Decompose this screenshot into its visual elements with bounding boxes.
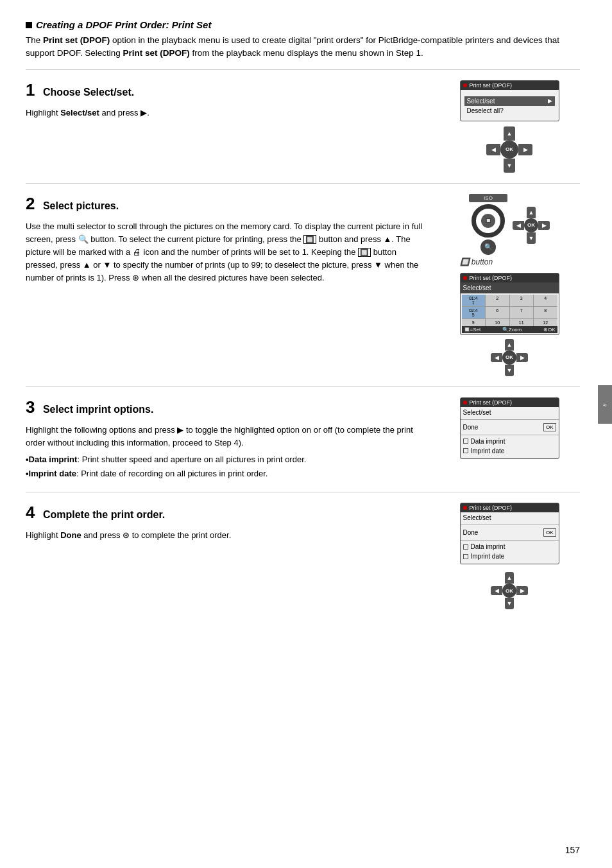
step-4-body: Highlight Done and press ⊛ to complete t… xyxy=(26,529,426,542)
q-zoom-button[interactable]: 🔍 xyxy=(480,239,496,255)
checkbox-data-label-4: Data imprint xyxy=(471,543,506,550)
thumb-cell-12: 12 xyxy=(534,319,557,326)
thumb-cell-1: 01:41 xyxy=(462,295,486,306)
dpad3-up[interactable]: ▲ xyxy=(505,339,514,351)
dpad3-down[interactable]: ▼ xyxy=(505,365,514,376)
ui-subtitle-4: Select/set xyxy=(461,512,559,523)
step2-camera-ui: Print set (DPOF) Select/set 01:41 2 3 4 … xyxy=(460,273,559,335)
iso-bar: ISO xyxy=(469,194,507,202)
dpad4-ok[interactable]: OK xyxy=(502,584,516,598)
dpad-up[interactable]: ▲ xyxy=(504,126,515,141)
step3-camera-ui: Print set (DPOF) Select/set Done OK Data… xyxy=(460,397,559,459)
step-3-content: 3 Select imprint options. Highlight the … xyxy=(26,397,426,482)
ui-title-bar-3: Print set (DPOF) xyxy=(461,398,559,407)
dpad2-left[interactable]: ◀ xyxy=(513,221,524,230)
thumb-bar: 🔲=Set 🔍Zoom ⊛OK xyxy=(462,326,557,333)
section-heading: Creating a DPOF Print Order: Print Set xyxy=(26,19,580,30)
thumb-grid: 01:41 2 3 4 02:45 6 7 8 9 10 11 12 xyxy=(462,295,557,326)
step2-dpad-2[interactable]: ▲ ▼ ◀ ▶ OK xyxy=(491,339,528,376)
step-1-number: 1 xyxy=(26,80,35,100)
ui-divider-3b xyxy=(461,435,559,435)
dpad-right[interactable]: ▶ xyxy=(518,144,532,155)
thumb-cell-6: 6 xyxy=(486,307,509,318)
thumb-cell-4: 4 xyxy=(534,295,557,306)
btn-label: 🔲 button xyxy=(460,257,493,266)
checkbox-date-icon xyxy=(463,448,468,453)
steps-container: 1 Choose Select/set. Highlight Select/se… xyxy=(26,69,580,620)
ui-menu-deselect: Deselect all? xyxy=(464,106,555,116)
thumb-cell-11: 11 xyxy=(510,319,534,326)
ui-title-text-2: Print set (DPOF) xyxy=(470,275,513,281)
dpad-down[interactable]: ▼ xyxy=(504,159,515,173)
dpad[interactable]: ▲ ▼ ◀ ▶ OK xyxy=(486,126,532,173)
dpad4-down[interactable]: ▼ xyxy=(505,598,514,609)
step-4-right: Print set (DPOF) Select/set Done OK Data… xyxy=(439,503,580,609)
ui-title-bar-1: Print set (DPOF) xyxy=(461,81,559,90)
step-2-body: Use the multi selector to scroll through… xyxy=(26,220,426,285)
step2-ui-container: Print set (DPOF) Select/set 01:41 2 3 4 … xyxy=(460,273,559,376)
thumb-grid-container: 01:41 2 3 4 02:45 6 7 8 9 10 11 12 xyxy=(461,293,559,334)
step-3-number: 3 xyxy=(26,397,35,417)
dpad2-right[interactable]: ▶ xyxy=(538,221,550,230)
step-3: 3 Select imprint options. Highlight the … xyxy=(26,387,580,493)
ui-title-bar-2: Print set (DPOF) xyxy=(461,273,559,282)
ok-box-3: OK xyxy=(543,423,556,431)
dpad-left[interactable]: ◀ xyxy=(486,144,500,155)
step-1-right: Print set (DPOF) Select/set ▶ Deselect a… xyxy=(439,80,580,173)
ui-checkbox-date-4: Imprint date xyxy=(461,551,559,561)
dpad2-up[interactable]: ▲ xyxy=(527,207,536,218)
step-3-body: Highlight the following options and pres… xyxy=(26,424,426,481)
dpad4-right[interactable]: ▶ xyxy=(516,586,528,595)
multi-center: 🔲 xyxy=(481,214,495,228)
checkbox-date-label: Imprint date xyxy=(471,447,505,455)
step-2-title: 2 Select pictures. xyxy=(26,194,426,214)
ui-title-text-4: Print set (DPOF) xyxy=(470,505,513,511)
camera-top-buttons: ISO 🔲 🔍 ▲ ▼ ◀ ▶ xyxy=(460,194,559,266)
step4-camera-ui: Print set (DPOF) Select/set Done OK Data… xyxy=(460,503,559,564)
step-1-dpad: ▲ ▼ ◀ ▶ OK xyxy=(486,126,532,173)
thumb-cell-8: 8 xyxy=(534,307,557,318)
step2-dpad-below: ▲ ▼ ◀ ▶ OK xyxy=(460,339,559,376)
thumb-bar-set: 🔲=Set xyxy=(464,327,481,333)
thumb-cell-7: 7 xyxy=(510,307,534,318)
step2-dpad[interactable]: ▲ ▼ ◀ ▶ OK xyxy=(513,207,550,244)
thumb-bar-ok: ⊛OK xyxy=(543,327,556,333)
ui-divider-4 xyxy=(461,525,559,525)
done-label-3: Done xyxy=(463,424,479,431)
step-3-right: Print set (DPOF) Select/set Done OK Data… xyxy=(439,397,580,459)
thumb-cell-3: 3 xyxy=(510,295,534,306)
red-dot-icon-4 xyxy=(463,506,467,510)
checkbox-date-icon-4 xyxy=(463,554,468,559)
dpad3-ok[interactable]: OK xyxy=(502,351,516,365)
multi-selector[interactable]: 🔲 xyxy=(472,204,505,238)
black-square-icon xyxy=(26,22,32,28)
checkbox-date-label-4: Imprint date xyxy=(471,553,505,560)
dpad4-left[interactable]: ◀ xyxy=(491,586,502,595)
ui-divider-4b xyxy=(461,540,559,541)
step-4-content: 4 Complete the print order. Highlight Do… xyxy=(26,503,426,546)
ui-title-text-1: Print set (DPOF) xyxy=(470,82,513,89)
ui-done-4: Done OK xyxy=(461,526,559,539)
step-1-title: 1 Choose Select/set. xyxy=(26,80,426,100)
thumb-bar-zoom: 🔍Zoom xyxy=(502,327,522,333)
step-3-title: 3 Select imprint options. xyxy=(26,397,426,417)
step-1-content: 1 Choose Select/set. Highlight Select/se… xyxy=(26,80,426,123)
bullet-imprint-date: •Imprint date: Print date of recording o… xyxy=(26,467,426,480)
menu-arrow-icon: ▶ xyxy=(548,98,552,104)
checkbox-data-icon-4 xyxy=(463,544,468,550)
dpad4-up[interactable]: ▲ xyxy=(505,572,514,584)
ui-divider-3 xyxy=(461,419,559,420)
step4-dpad[interactable]: ▲ ▼ ◀ ▶ OK xyxy=(491,572,528,609)
dpad-ok[interactable]: OK xyxy=(500,141,518,159)
red-dot-icon-3 xyxy=(463,401,467,404)
ui-subtitle-3: Select/set xyxy=(461,407,559,418)
ui-title-bar-4: Print set (DPOF) xyxy=(461,503,559,512)
step-4-title: 4 Complete the print order. xyxy=(26,503,426,523)
dpad2-ok[interactable]: OK xyxy=(524,218,538,232)
step-2: 2 Select pictures. Use the multi selecto… xyxy=(26,184,580,387)
side-tab-icon: ≈ xyxy=(603,401,607,408)
dpad3-left[interactable]: ◀ xyxy=(491,353,502,362)
dpad3-right[interactable]: ▶ xyxy=(516,353,528,362)
dpad2-down[interactable]: ▼ xyxy=(527,232,536,244)
red-dot-icon xyxy=(463,83,467,87)
